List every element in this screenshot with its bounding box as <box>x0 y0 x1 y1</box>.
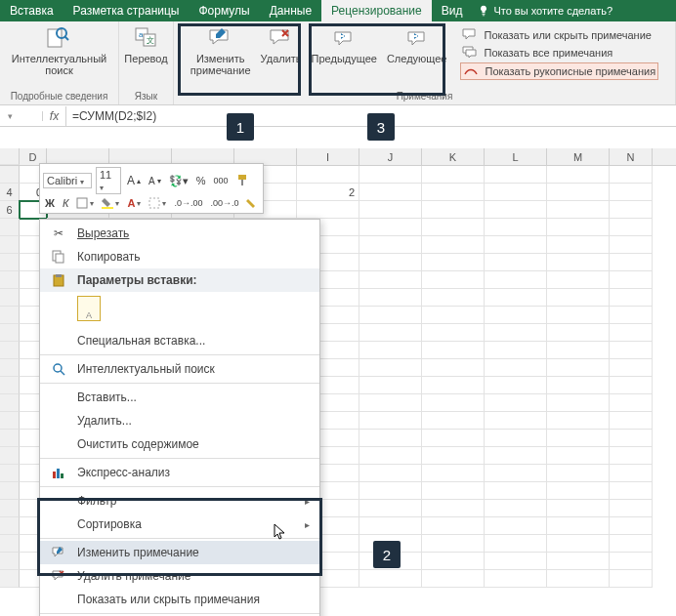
tab-page-layout[interactable]: Разметка страницы <box>63 0 190 21</box>
cell[interactable] <box>610 535 653 553</box>
cell[interactable] <box>359 500 422 517</box>
row-header[interactable] <box>0 430 20 447</box>
cell[interactable] <box>359 201 422 219</box>
cell[interactable] <box>547 219 610 236</box>
cell[interactable] <box>359 482 422 500</box>
italic-button[interactable]: К <box>61 196 70 210</box>
row-header[interactable] <box>0 465 20 482</box>
cell[interactable] <box>610 517 653 535</box>
cell[interactable] <box>359 166 422 184</box>
row-header[interactable] <box>0 289 20 307</box>
cell[interactable] <box>610 447 653 465</box>
cell[interactable] <box>547 342 610 359</box>
cell[interactable] <box>610 271 653 289</box>
translate-button[interactable]: a文 Перевод <box>120 23 171 64</box>
cell[interactable] <box>422 184 485 201</box>
fx-button[interactable]: fx <box>43 106 66 126</box>
format-painter-icon[interactable] <box>234 173 252 188</box>
cell[interactable] <box>610 500 653 517</box>
cell[interactable] <box>485 342 547 359</box>
col-header[interactable]: L <box>485 148 547 165</box>
cell[interactable] <box>485 184 547 201</box>
row-header[interactable]: 6 <box>0 201 20 219</box>
cell[interactable] <box>485 219 547 236</box>
borders-dropdown[interactable]: ▾ <box>74 196 96 210</box>
cell[interactable] <box>485 289 547 307</box>
cell[interactable] <box>422 430 485 447</box>
cell[interactable] <box>547 430 610 447</box>
row-header[interactable] <box>0 271 20 289</box>
cell[interactable] <box>485 447 547 465</box>
decrease-font-icon[interactable]: A▾ <box>147 175 163 187</box>
cell[interactable] <box>547 394 610 412</box>
show-hide-comment-button[interactable]: Показать или скрыть примечание <box>460 27 658 43</box>
row-header[interactable] <box>0 412 20 430</box>
font-size-dropdown[interactable]: 11 ▾ <box>96 167 121 194</box>
ctx-smart-lookup[interactable]: Интеллектуальный поиск <box>40 357 319 381</box>
cell[interactable] <box>547 517 610 535</box>
cell[interactable] <box>610 201 653 219</box>
cell[interactable] <box>359 517 422 535</box>
cell[interactable] <box>485 236 547 254</box>
cell[interactable] <box>485 324 547 342</box>
previous-comment-button[interactable]: Предыдущее <box>308 23 381 64</box>
row-header[interactable]: 4 <box>0 184 20 201</box>
cell[interactable] <box>359 219 422 236</box>
row-header[interactable] <box>0 535 20 553</box>
cell[interactable] <box>485 307 547 324</box>
cell[interactable] <box>547 412 610 430</box>
ctx-copy[interactable]: Копировать <box>40 245 319 268</box>
cell[interactable] <box>610 289 653 307</box>
paste-keep-formatting-icon[interactable]: A <box>77 296 101 321</box>
row-header[interactable] <box>0 219 20 236</box>
cell[interactable] <box>359 184 422 201</box>
row-header[interactable] <box>0 377 20 394</box>
cell[interactable] <box>547 553 610 570</box>
cell[interactable] <box>422 517 485 535</box>
col-header[interactable]: N <box>610 148 653 165</box>
cell[interactable] <box>422 166 485 184</box>
row-header[interactable] <box>0 254 20 271</box>
cell[interactable] <box>297 166 359 184</box>
row-header[interactable] <box>0 500 20 517</box>
cell[interactable] <box>547 184 610 201</box>
cell[interactable] <box>359 324 422 342</box>
cell[interactable] <box>359 359 422 377</box>
cell[interactable] <box>610 465 653 482</box>
cell[interactable] <box>422 342 485 359</box>
cell[interactable] <box>485 166 547 184</box>
cell[interactable] <box>485 500 547 517</box>
ctx-insert[interactable]: Вставить... <box>40 386 319 409</box>
cell[interactable] <box>610 394 653 412</box>
row-header[interactable] <box>0 324 20 342</box>
cell[interactable] <box>422 254 485 271</box>
cell[interactable] <box>610 324 653 342</box>
cell[interactable] <box>485 482 547 500</box>
cell[interactable] <box>547 359 610 377</box>
cell[interactable] <box>422 570 485 588</box>
cell[interactable] <box>359 254 422 271</box>
cell[interactable] <box>485 535 547 553</box>
cell[interactable] <box>422 377 485 394</box>
cell[interactable] <box>422 500 485 517</box>
cell[interactable] <box>547 447 610 465</box>
cell[interactable] <box>610 166 653 184</box>
cell[interactable] <box>547 535 610 553</box>
cell[interactable] <box>547 324 610 342</box>
row-header[interactable] <box>0 517 20 535</box>
tab-formulas[interactable]: Формулы <box>189 0 259 21</box>
cell[interactable] <box>485 412 547 430</box>
cell[interactable] <box>610 359 653 377</box>
cell[interactable] <box>610 482 653 500</box>
row-header[interactable] <box>0 447 20 465</box>
cell[interactable] <box>422 553 485 570</box>
ctx-filter[interactable]: Фильтр▸ <box>40 489 319 513</box>
cell[interactable] <box>422 324 485 342</box>
cell[interactable] <box>610 236 653 254</box>
cell[interactable] <box>297 201 359 219</box>
cell[interactable] <box>485 517 547 535</box>
cell[interactable] <box>547 482 610 500</box>
name-box[interactable]: ▾ <box>0 111 43 121</box>
row-header[interactable] <box>0 359 20 377</box>
cell[interactable] <box>422 359 485 377</box>
